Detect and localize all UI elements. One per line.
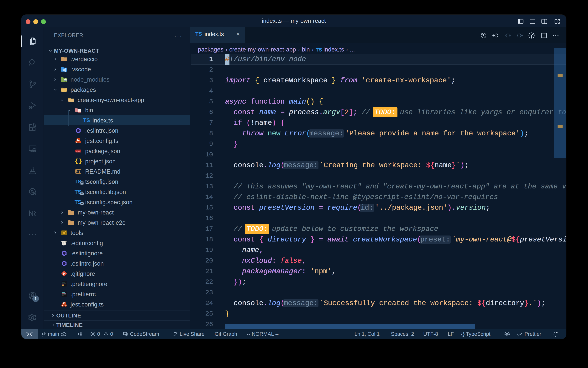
svg-text:10: 10 — [79, 111, 80, 112]
svg-text:npm: npm — [76, 150, 80, 152]
svg-text:JS: JS — [64, 79, 66, 81]
